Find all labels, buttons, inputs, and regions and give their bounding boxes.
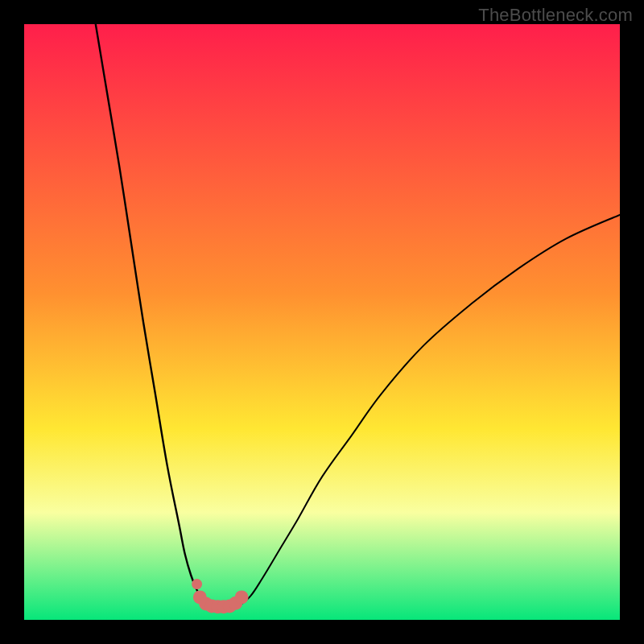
valley-marker-dot <box>235 590 249 604</box>
watermark-text: TheBottleneck.com <box>478 5 633 26</box>
plot-area <box>24 24 620 620</box>
valley-markers <box>193 590 249 613</box>
chart-frame: TheBottleneck.com <box>0 0 644 644</box>
valley-floating-marker <box>192 579 202 589</box>
curves-layer <box>24 24 620 620</box>
right-curve <box>238 215 620 606</box>
left-curve <box>96 24 209 606</box>
valley-floating-dot <box>192 579 202 589</box>
